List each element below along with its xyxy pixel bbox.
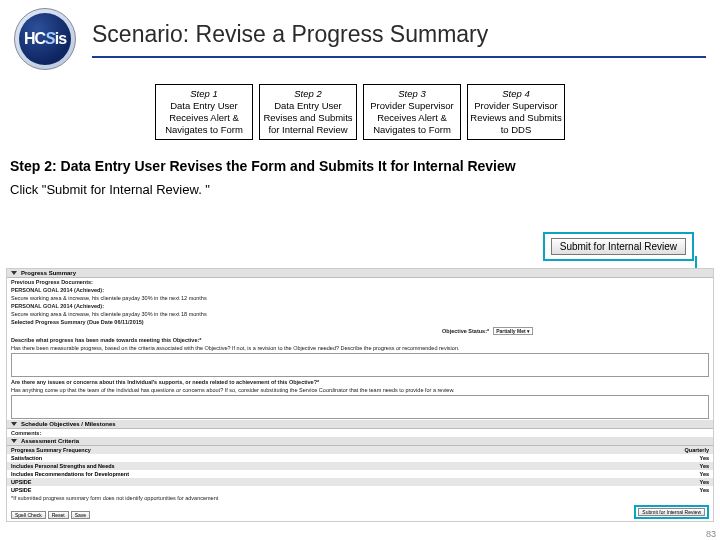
q1-label: Describe what progress has been made tow… <box>7 336 713 344</box>
q2-label: Are there any issues or concerns about t… <box>7 378 713 386</box>
step-click-text: Click "Submit for Internal Review. " <box>10 182 710 197</box>
submit-for-internal-review-button[interactable]: Submit for Internal Review <box>551 238 686 255</box>
table-row: UPSIDEYes <box>7 486 713 494</box>
previous-docs-label: Previous Progress Documents: <box>7 278 713 286</box>
q1-textarea[interactable] <box>11 353 709 377</box>
goal2-text: Secure working area & increase, his clie… <box>7 310 713 318</box>
slide-title: Scenario: Revise a Progress Summary <box>92 21 706 58</box>
q2-textarea[interactable] <box>11 395 709 419</box>
spellcheck-button[interactable]: Spell Check <box>11 511 46 519</box>
step-3-box: Step 3 Provider Supervisor Receives Aler… <box>363 84 461 140</box>
footer-note: *If submitted progress summary form does… <box>7 494 713 502</box>
table-row: UPSIDEYes <box>7 478 713 486</box>
step-2-box: Step 2 Data Entry User Revises and Submi… <box>259 84 357 140</box>
hcsis-logo: HCSis <box>14 8 76 70</box>
goal2-label: PERSONAL GOAL 2014 (Achieved): <box>7 302 713 310</box>
selected-summary-label: Selected Progress Summary (Due Date 06/1… <box>7 318 713 326</box>
reset-button[interactable]: Reset <box>48 511 69 519</box>
q2-hint: Has anything come up that the team of th… <box>7 386 713 394</box>
objective-status-row: Objective Status:* Partially Met ▾ <box>7 326 713 336</box>
table-row: Includes Personal Strengths and NeedsYes <box>7 462 713 470</box>
submit-for-internal-review-button-inline[interactable]: Submit for Internal Review <box>638 508 705 516</box>
submit-highlight-callout: Submit for Internal Review <box>543 232 694 261</box>
section-progress-summary: Progress Summary <box>7 269 713 278</box>
workflow-steps: Step 1 Data Entry User Receives Alert & … <box>0 84 720 140</box>
chevron-down-icon <box>11 422 17 426</box>
comments-label: Comments: <box>7 429 713 437</box>
save-button[interactable]: Save <box>71 511 90 519</box>
section-assessment: Assessment Criteria <box>7 437 713 446</box>
q1-hint: Has there been measurable progress, base… <box>7 344 713 352</box>
goal1-label: PERSONAL GOAL 2014 (Achieved): <box>7 286 713 294</box>
form-bottom-buttons: Spell Check Reset Save <box>11 511 90 519</box>
step-heading: Step 2: Data Entry User Revises the Form… <box>10 158 710 174</box>
table-row: Includes Recommendations for Development… <box>7 470 713 478</box>
slide-header: HCSis Scenario: Revise a Progress Summar… <box>0 0 720 74</box>
goal1-text: Secure working area & increase, his clie… <box>7 294 713 302</box>
section-schedule: Schedule Objectives / Milestones <box>7 420 713 429</box>
chevron-down-icon <box>11 439 17 443</box>
page-number: 83 <box>706 529 716 539</box>
table-row: Progress Summary FrequencyQuarterly <box>7 446 713 454</box>
form-screenshot: Progress Summary Previous Progress Docum… <box>6 268 714 522</box>
submit-highlight-inline: Submit for Internal Review <box>634 505 709 519</box>
step-1-box: Step 1 Data Entry User Receives Alert & … <box>155 84 253 140</box>
table-row: SatisfactionYes <box>7 454 713 462</box>
step-4-box: Step 4 Provider Supervisor Reviews and S… <box>467 84 565 140</box>
chevron-down-icon <box>11 271 17 275</box>
objective-status-select[interactable]: Partially Met ▾ <box>493 327 533 335</box>
